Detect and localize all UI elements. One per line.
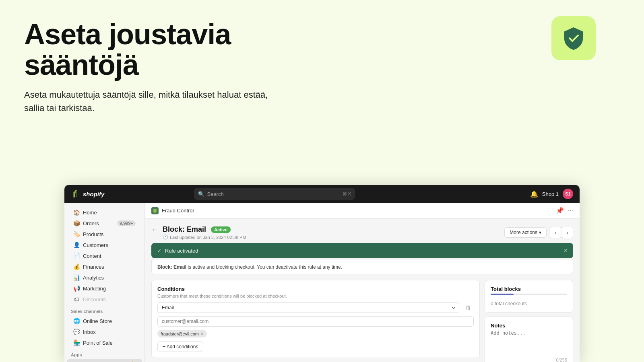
- sidebar-item-inbox[interactable]: 💬 Inbox: [67, 327, 142, 337]
- marketing-icon: 📢: [73, 285, 80, 292]
- orders-badge: 9,999+: [117, 220, 136, 226]
- alert-body-bold: Block: Email: [157, 264, 186, 270]
- condition-type-select[interactable]: Email IP Address Phone: [157, 302, 459, 313]
- progress-fill: [491, 294, 514, 295]
- sidebar-label-pos: Point of Sale: [83, 340, 113, 346]
- conditions-title: Conditions: [157, 286, 474, 292]
- analytics-icon: 📊: [73, 274, 80, 281]
- nav-next-button[interactable]: ›: [562, 227, 573, 238]
- sidebar-label-orders: Orders: [83, 220, 99, 226]
- two-col-layout: Conditions Customers that meet these con…: [151, 280, 573, 362]
- stat-value: 0 total checkouts: [491, 301, 567, 306]
- customers-icon: 👤: [73, 242, 80, 248]
- sidebar-label-online-store: Online Store: [83, 318, 112, 324]
- shopify-wordmark: shopify: [83, 191, 104, 197]
- content-area: Fraud Control 📌 ··· ← Block: Email Activ…: [145, 203, 580, 362]
- notes-input[interactable]: [491, 330, 567, 354]
- shield-badge: [551, 16, 596, 60]
- search-icon: 🔍: [198, 191, 204, 197]
- more-actions-button[interactable]: More actions ▾: [504, 227, 547, 238]
- inbox-icon: 💬: [73, 329, 80, 335]
- sidebar-item-finances[interactable]: 💰 Finances: [67, 261, 142, 272]
- progress-bar: [491, 294, 567, 295]
- breadcrumb-bar: Fraud Control 📌 ···: [145, 203, 580, 219]
- shop-name-label: Shop 1: [542, 191, 559, 197]
- sidebar-item-products[interactable]: 🏷️ Products: [67, 229, 142, 239]
- breadcrumb-more-icon[interactable]: ···: [568, 207, 573, 214]
- finances-icon: 💰: [73, 263, 80, 270]
- content-icon: 📄: [73, 253, 80, 259]
- search-placeholder: Search: [207, 191, 223, 197]
- alert-banner: ✓ Rule activated ×: [151, 243, 573, 258]
- search-shortcut: ⌘ K: [343, 191, 351, 197]
- topbar: shopify 🔍 Search ⌘ K 🔔 Shop 1 S1: [64, 185, 580, 203]
- sidebar-item-discounts[interactable]: 🏷 Discounts: [67, 294, 142, 304]
- shopify-logo-icon: [71, 189, 80, 199]
- conditions-subtitle: Customers that meet these conditions wil…: [157, 294, 474, 298]
- notes-count: 0/255: [491, 358, 567, 362]
- tag-remove-button[interactable]: ×: [200, 331, 204, 337]
- alert-banner-left: ✓ Rule activated: [157, 247, 198, 254]
- tag-row: fraudster@evil.com ×: [157, 330, 474, 337]
- hero-section: Aseta joustavia sääntöjä Aseta mukautett…: [0, 0, 362, 115]
- more-actions-label: More actions: [510, 230, 537, 235]
- fraud-shield-icon: [153, 208, 157, 213]
- timestamp-text: Last updated on Jan 3, 2024 02:38 PM: [170, 235, 246, 240]
- sidebar-label-inbox: Inbox: [83, 329, 96, 335]
- shield-icon: [561, 25, 586, 51]
- notes-title: Notes: [491, 323, 567, 329]
- back-button[interactable]: ←: [151, 226, 158, 233]
- orders-icon: 📦: [73, 220, 80, 226]
- header-actions: More actions ▾ ‹ ›: [504, 227, 573, 238]
- email-input[interactable]: [157, 316, 474, 327]
- col-main: Conditions Customers that meet these con…: [151, 280, 480, 362]
- sidebar-item-analytics[interactable]: 📊 Analytics: [67, 272, 142, 283]
- home-icon: 🏠: [73, 209, 80, 216]
- timestamp: 🕐 Last updated on Jan 3, 2024 02:38 PM: [163, 234, 246, 240]
- sidebar-label-finances: Finances: [83, 264, 104, 270]
- sidebar-item-online-store[interactable]: 🌐 Online Store: [67, 316, 142, 326]
- notes-card: Notes 0/255: [485, 317, 573, 362]
- discounts-icon: 🏷: [73, 296, 80, 302]
- sidebar-item-content[interactable]: 📄 Content: [67, 251, 142, 261]
- sidebar: 🏠 Home 📦 Orders 9,999+ 🏷️ Products 👤 Cus…: [64, 203, 145, 362]
- sidebar-label-products: Products: [83, 231, 103, 237]
- search-bar[interactable]: 🔍 Search ⌘ K: [194, 188, 355, 200]
- sidebar-label-analytics: Analytics: [83, 275, 104, 281]
- page-header: ← Block: Email Active 🕐 Last updated on …: [151, 225, 573, 240]
- pos-icon: 🏪: [73, 339, 80, 346]
- sidebar-item-pos[interactable]: 🏪 Point of Sale: [67, 337, 142, 348]
- products-icon: 🏷️: [73, 231, 80, 237]
- alert-body-text: is active and blocking checkout. You can…: [188, 264, 342, 270]
- tag-label: fraudster@evil.com: [161, 331, 199, 336]
- sidebar-label-home: Home: [83, 210, 97, 216]
- inner-content: ← Block: Email Active 🕐 Last updated on …: [145, 219, 580, 362]
- topbar-right: 🔔 Shop 1 S1: [530, 189, 573, 199]
- shopify-logo: shopify: [71, 189, 104, 199]
- add-conditions-button[interactable]: + Add conditions: [157, 341, 203, 352]
- main-row: 🏠 Home 📦 Orders 9,999+ 🏷️ Products 👤 Cus…: [64, 203, 580, 362]
- page-title: Block: Email: [163, 225, 206, 234]
- delete-condition-button[interactable]: 🗑: [462, 303, 474, 312]
- nav-buttons: ‹ ›: [550, 227, 573, 238]
- condition-row: Email IP Address Phone 🗑: [157, 302, 474, 313]
- breadcrumb-actions: 📌 ···: [556, 207, 573, 214]
- sidebar-item-home[interactable]: 🏠 Home: [67, 207, 142, 218]
- nav-prev-button[interactable]: ‹: [550, 227, 561, 238]
- breadcrumb-pin-icon[interactable]: 📌: [556, 207, 564, 214]
- stats-card: Total blocks 0 total checkouts: [485, 280, 573, 313]
- hero-title: Aseta joustavia sääntöjä: [24, 19, 338, 80]
- alert-close-button[interactable]: ×: [564, 247, 568, 254]
- sidebar-item-customers[interactable]: 👤 Customers: [67, 240, 142, 250]
- sidebar-item-orders[interactable]: 📦 Orders 9,999+: [67, 218, 142, 228]
- breadcrumb-app-name: Fraud Control: [162, 208, 194, 214]
- chevron-down-icon: ▾: [539, 230, 541, 235]
- sidebar-item-marketing[interactable]: 📢 Marketing: [67, 283, 142, 294]
- shop-avatar[interactable]: S1: [563, 189, 573, 199]
- shopify-ui: shopify 🔍 Search ⌘ K 🔔 Shop 1 S1 🏠 Home …: [64, 185, 580, 362]
- notification-bell-icon[interactable]: 🔔: [530, 190, 538, 198]
- sidebar-label-marketing: Marketing: [83, 286, 106, 292]
- sidebar-item-fraud-control[interactable]: 🛡 Fraud Control 🔔: [67, 359, 142, 362]
- sidebar-label-discounts: Discounts: [83, 296, 106, 302]
- col-side: Total blocks 0 total checkouts Notes 0/2…: [485, 280, 573, 362]
